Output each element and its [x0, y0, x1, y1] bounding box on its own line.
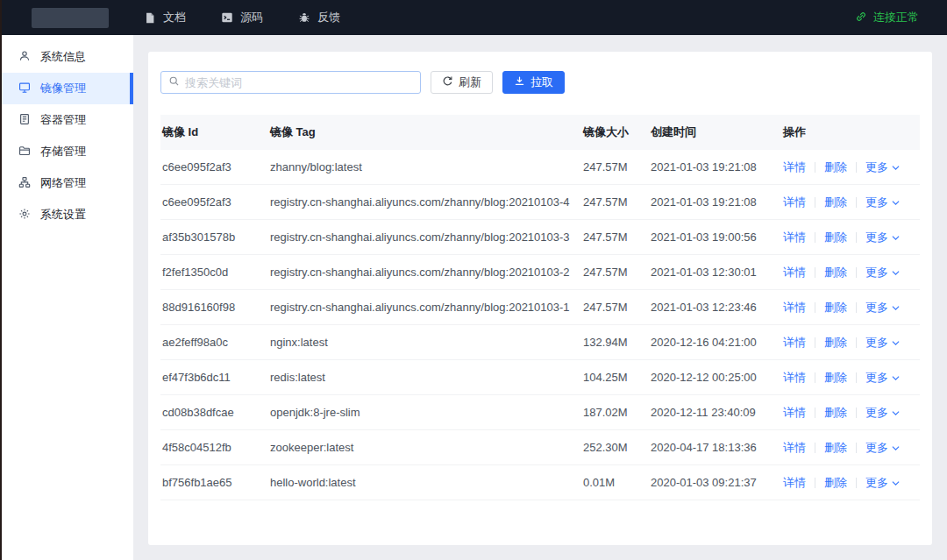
- toolbar: 刷新 拉取: [148, 52, 932, 94]
- table-row: ae2feff98a0c nginx:latest 132.94M 2020-1…: [160, 325, 920, 360]
- image-id-cell: ef47f3b6dc11: [160, 371, 270, 384]
- action-divider: [815, 372, 815, 383]
- folder-icon: [18, 145, 31, 159]
- created-time-cell: 2021-01-03 19:00:56: [651, 230, 783, 244]
- sidebar: 系统信息 镜像管理 容器管理 存储管理 网络管理 系统设置: [0, 35, 133, 560]
- table-row: f2fef1350c0d registry.cn-shanghai.aliyun…: [160, 255, 920, 290]
- image-tag-cell: registry.cn-shanghai.aliyuncs.com/zhanny…: [270, 266, 583, 279]
- detail-link[interactable]: 详情: [783, 335, 806, 351]
- actions-cell: 详情 删除 更多: [783, 265, 920, 280]
- more-link-label: 更多: [865, 300, 888, 315]
- pull-button-label: 拉取: [530, 74, 553, 90]
- actions-cell: 详情 删除 更多: [783, 300, 920, 315]
- more-link[interactable]: 更多: [865, 440, 900, 456]
- action-divider: [815, 197, 815, 208]
- image-size-cell: 0.01M: [583, 476, 651, 489]
- more-link-label: 更多: [865, 230, 888, 245]
- search-input[interactable]: [185, 76, 413, 89]
- action-divider: [856, 232, 857, 243]
- detail-link[interactable]: 详情: [783, 265, 806, 280]
- image-id-cell: c6ee095f2af3: [160, 195, 270, 209]
- image-size-cell: 247.57M: [583, 230, 651, 244]
- sidebar-item-label: 网络管理: [40, 175, 86, 191]
- action-divider: [815, 478, 815, 488]
- action-divider: [856, 443, 857, 453]
- more-link[interactable]: 更多: [865, 230, 900, 245]
- detail-link[interactable]: 详情: [783, 475, 806, 491]
- chevron-down-icon: [892, 230, 900, 244]
- more-link[interactable]: 更多: [865, 335, 900, 351]
- connection-status[interactable]: 连接正常: [855, 10, 919, 25]
- image-tag-cell: registry.cn-shanghai.aliyuncs.com/zhanny…: [270, 301, 583, 314]
- actions-cell: 详情 删除 更多: [783, 475, 920, 491]
- pull-button[interactable]: 拉取: [502, 71, 565, 94]
- more-link[interactable]: 更多: [865, 475, 900, 491]
- delete-link[interactable]: 删除: [824, 195, 847, 210]
- created-time-cell: 2020-12-11 23:40:09: [651, 406, 783, 419]
- delete-link[interactable]: 删除: [824, 230, 847, 245]
- more-link[interactable]: 更多: [865, 405, 900, 421]
- actions-cell: 详情 删除 更多: [783, 405, 920, 421]
- image-size-cell: 247.57M: [583, 160, 651, 174]
- search-box[interactable]: [160, 71, 421, 94]
- more-link[interactable]: 更多: [865, 195, 900, 210]
- sidebar-item-images[interactable]: 镜像管理: [0, 73, 133, 104]
- detail-link[interactable]: 详情: [783, 195, 806, 210]
- sidebar-item-settings[interactable]: 系统设置: [0, 199, 133, 230]
- delete-link[interactable]: 删除: [824, 159, 847, 175]
- chevron-down-icon: [892, 371, 900, 384]
- delete-link[interactable]: 删除: [824, 335, 847, 351]
- chevron-down-icon: [892, 195, 900, 209]
- column-header-image-size: 镜像大小: [583, 124, 651, 140]
- action-divider: [856, 197, 857, 208]
- image-size-cell: 247.57M: [583, 301, 651, 314]
- nav-item-docs[interactable]: 文档: [144, 10, 186, 25]
- column-header-created: 创建时间: [651, 124, 783, 140]
- image-size-cell: 247.57M: [583, 266, 651, 279]
- image-id-cell: af35b301578b: [160, 230, 270, 244]
- more-link[interactable]: 更多: [865, 159, 900, 175]
- actions-cell: 详情 删除 更多: [783, 195, 920, 210]
- detail-link[interactable]: 详情: [783, 159, 806, 175]
- detail-link[interactable]: 详情: [783, 370, 806, 386]
- detail-link[interactable]: 详情: [783, 230, 806, 245]
- action-divider: [856, 408, 857, 418]
- action-divider: [856, 337, 857, 348]
- monitor-icon: [18, 82, 31, 96]
- sidebar-item-system-info[interactable]: 系统信息: [0, 41, 133, 73]
- chevron-down-icon: [892, 441, 900, 454]
- table-row: af35b301578b registry.cn-shanghai.aliyun…: [160, 220, 920, 255]
- sidebar-item-containers[interactable]: 容器管理: [0, 104, 133, 136]
- refresh-button[interactable]: 刷新: [431, 71, 493, 94]
- created-time-cell: 2020-12-16 04:21:00: [651, 336, 783, 349]
- more-link-label: 更多: [865, 265, 888, 280]
- actions-cell: 详情 删除 更多: [783, 370, 920, 386]
- more-link[interactable]: 更多: [865, 370, 900, 386]
- more-link[interactable]: 更多: [865, 300, 900, 315]
- delete-link[interactable]: 删除: [824, 265, 847, 280]
- sidebar-item-storage[interactable]: 存储管理: [0, 136, 133, 167]
- table-row: ef47f3b6dc11 redis:latest 104.25M 2020-1…: [160, 360, 920, 395]
- image-table: 镜像 Id 镜像 Tag 镜像大小 创建时间 操作 c6ee095f2af3 z…: [160, 115, 920, 500]
- delete-link[interactable]: 删除: [824, 440, 847, 456]
- detail-link[interactable]: 详情: [783, 405, 806, 421]
- image-tag-cell: registry.cn-shanghai.aliyuncs.com/zhanny…: [270, 230, 583, 244]
- sidebar-item-network[interactable]: 网络管理: [0, 167, 133, 199]
- image-tag-cell: zhanny/blog:latest: [270, 160, 583, 174]
- detail-link[interactable]: 详情: [783, 440, 806, 456]
- action-divider: [815, 232, 815, 243]
- detail-link[interactable]: 详情: [783, 300, 806, 315]
- nav-item-source[interactable]: 源码: [221, 10, 263, 25]
- delete-link[interactable]: 删除: [824, 405, 847, 421]
- nav-item-label: 文档: [163, 10, 186, 25]
- topbar: 文档 源码 反馈 连接正常: [0, 0, 947, 35]
- more-link[interactable]: 更多: [865, 265, 900, 280]
- sidebar-item-label: 容器管理: [40, 112, 86, 128]
- delete-link[interactable]: 删除: [824, 475, 847, 491]
- delete-link[interactable]: 删除: [824, 370, 847, 386]
- delete-link[interactable]: 删除: [824, 300, 847, 315]
- network-icon: [18, 176, 31, 191]
- more-link-label: 更多: [865, 475, 888, 491]
- nav-item-feedback[interactable]: 反馈: [298, 10, 340, 25]
- person-icon: [18, 50, 31, 65]
